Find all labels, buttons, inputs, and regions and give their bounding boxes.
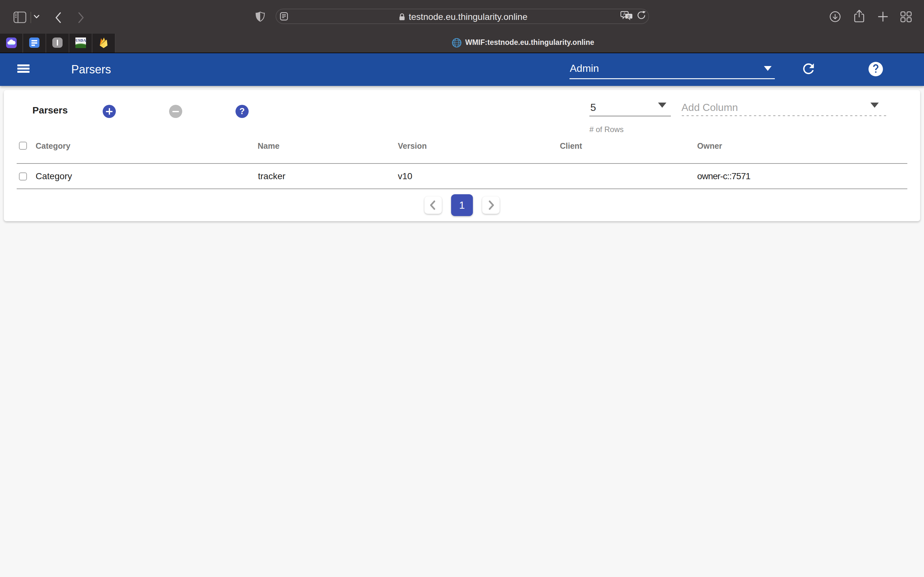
- svg-text:USDA: USDA: [75, 38, 86, 43]
- svg-text:文: 文: [627, 15, 631, 19]
